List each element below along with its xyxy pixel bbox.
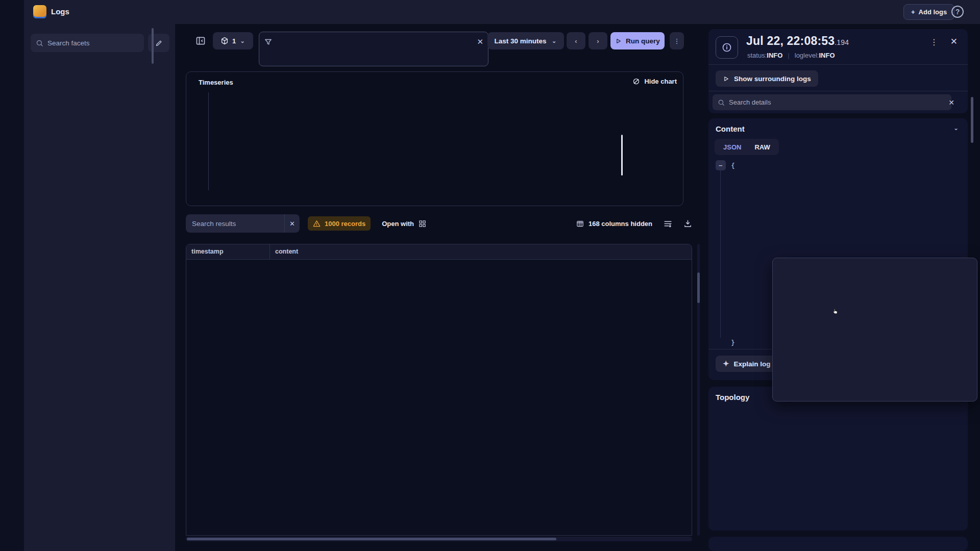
clear-filter-icon[interactable]: ✕ [477,37,483,46]
records-warning-badge: 1000 records [308,216,371,231]
sidebar-scrollbar[interactable] [152,28,154,64]
results-toolbar: ✕ 1000 records Open with 168 columns hid… [186,214,692,233]
json-root-open: −{ [716,160,735,170]
detail-search-wrap [713,94,951,110]
collapse-content-icon[interactable]: ⌄ [953,124,959,132]
table-icon [576,220,584,228]
play-icon [615,38,622,44]
column-header-timestamp[interactable]: timestamp [186,244,270,259]
tab-raw[interactable]: RAW [749,141,775,154]
results-search-input[interactable] [192,220,274,228]
warning-icon [313,220,321,228]
field-context-menu [772,258,977,402]
logs-app-screen: Logs +Add logs ? 1 ⌄ ✕ Last 30 minutes⌄ … [0,0,980,551]
app-rail [0,0,24,551]
eye-off-icon [632,78,640,85]
hide-chart-button[interactable]: Hide chart [632,78,677,85]
query-options-kebab[interactable]: ⋮ [670,32,684,49]
detail-kebab-menu[interactable]: ⋮ [930,37,938,47]
search-icon [718,99,725,106]
play-icon [723,76,729,82]
content-section-title: Content [716,124,745,133]
detail-panel-scrollbar[interactable] [971,97,973,143]
facet-search-input[interactable] [47,39,129,47]
facet-list [24,59,175,551]
run-query-button[interactable]: Run query [610,32,665,49]
timeseries-plot[interactable] [208,92,616,190]
page-title: Logs [51,7,69,16]
timeframe-selector[interactable]: Last 30 minutes⌄ [487,32,564,49]
open-with-grid-icon [419,220,426,228]
add-logs-button[interactable]: +Add logs [903,4,954,20]
table-horizontal-scrollbar[interactable] [186,537,692,541]
row-density-button[interactable] [664,219,672,228]
chart-title: Timeseries [199,79,233,86]
pencil-icon [155,39,163,47]
table-vertical-scrollbar[interactable] [697,244,700,536]
results-search-wrap [186,214,284,233]
log-detail-title: Jul 22, 22:08:53.194 [746,34,849,48]
chevron-down-icon: ⌄ [551,38,557,44]
columns-hidden-button[interactable]: 168 columns hidden [576,220,652,228]
chart-drag-handle[interactable] [621,135,623,176]
help-icon[interactable]: ? [951,6,964,18]
close-detail-icon[interactable]: ✕ [950,36,958,47]
show-surrounding-logs-button[interactable]: Show surrounding logs [716,70,818,87]
chevron-down-icon: ⌄ [239,38,246,44]
timeseries-card: Timeseries Hide chart [186,71,683,206]
timeframe-forward-button[interactable]: › [589,32,607,49]
logs-app-icon [33,5,46,18]
tab-json[interactable]: JSON [718,141,747,154]
plus-icon: + [911,8,915,16]
facet-sidebar [24,24,175,551]
results-table: timestamp content [186,244,692,536]
explain-log-button[interactable]: ✦ Explain log [716,356,778,372]
clear-results-search-icon[interactable]: ✕ [284,214,300,233]
next-section-card [708,537,968,551]
clear-detail-search-icon[interactable]: ✕ [948,98,954,107]
topology-card: Topology [708,387,968,531]
open-with-button[interactable]: Open with [382,220,426,228]
download-button[interactable] [683,219,692,228]
top-bar: Logs +Add logs ? [0,0,980,24]
detail-search-input[interactable] [729,98,923,106]
cube-icon [220,37,229,45]
info-icon [716,36,738,59]
search-icon [36,39,43,47]
topology-section-title: Topology [716,393,749,402]
column-header-content[interactable]: content [270,244,692,259]
scope-selector[interactable]: 1 ⌄ [213,32,253,49]
collapse-sidebar-button[interactable] [193,34,208,48]
log-detail-meta: status:INFO | loglevel:INFO [747,52,835,59]
collapse-node-button[interactable]: − [716,160,726,170]
filter-query-box[interactable]: ✕ [259,32,488,66]
table-header: timestamp content [186,244,692,260]
log-detail-header-card: Jul 22, 22:08:53.194 status:INFO | logle… [708,29,968,113]
funnel-icon [264,38,273,46]
mouse-cursor [832,308,843,319]
facet-search-input-wrap [31,34,144,52]
content-tabs: JSON RAW [715,139,779,155]
sparkle-icon: ✦ [723,359,729,368]
json-root-close: } [731,339,735,346]
timeframe-back-button[interactable]: ‹ [567,32,585,49]
